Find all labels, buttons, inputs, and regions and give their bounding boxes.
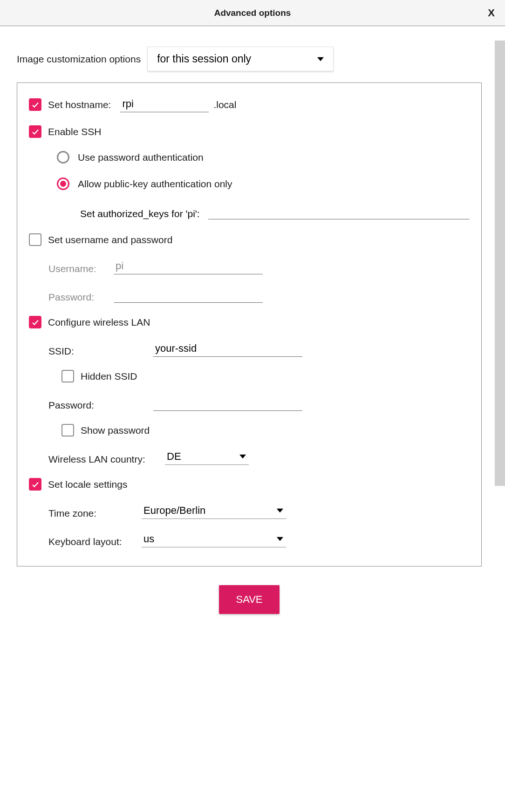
show-password-checkbox[interactable] xyxy=(61,424,74,437)
keyboard-layout-row: Keyboard layout: us xyxy=(48,532,470,547)
close-button[interactable]: X xyxy=(488,7,495,19)
set-locale-row: Set locale settings xyxy=(29,478,470,491)
ssh-password-auth-radio[interactable] xyxy=(57,151,69,164)
timezone-select[interactable]: Europe/Berlin xyxy=(142,504,286,519)
username-label: Username: xyxy=(48,263,114,274)
authorized-keys-row: Set authorized_keys for 'pi': xyxy=(80,204,470,219)
wlan-country-label: Wireless LAN country: xyxy=(48,454,165,465)
wlan-password-input[interactable] xyxy=(153,396,302,411)
wlan-password-row: Password: xyxy=(48,396,470,411)
ssh-password-auth-row: Use password authentication xyxy=(57,151,470,164)
save-button[interactable]: SAVE xyxy=(219,585,279,614)
options-panel: Set hostname: .local Enable SSH Use pass… xyxy=(17,82,482,566)
ssh-password-auth-label: Use password authentication xyxy=(78,152,204,163)
password-row: Password: xyxy=(48,287,470,303)
session-scope-dropdown[interactable]: for this session only xyxy=(147,47,334,71)
enable-ssh-checkbox[interactable] xyxy=(29,125,41,138)
set-hostname-label: Set hostname: xyxy=(48,99,111,110)
hostname-row: Set hostname: .local xyxy=(29,97,470,112)
configure-wlan-label: Configure wireless LAN xyxy=(48,317,150,328)
keyboard-layout-value: us xyxy=(143,533,154,545)
ssid-row: SSID: xyxy=(48,341,470,357)
scrollbar-track[interactable] xyxy=(495,41,505,486)
ssh-pubkey-auth-row: Allow public-key authentication only xyxy=(57,177,470,190)
keyboard-layout-select[interactable]: us xyxy=(142,532,286,547)
hidden-ssid-checkbox[interactable] xyxy=(61,370,74,382)
configure-wlan-checkbox[interactable] xyxy=(29,316,41,328)
customization-scope-row: Image customization options for this ses… xyxy=(17,47,482,71)
enable-ssh-label: Enable SSH xyxy=(48,126,101,137)
wlan-country-value: DE xyxy=(167,450,181,463)
ssh-pubkey-auth-label: Allow public-key authentication only xyxy=(78,178,232,190)
enable-ssh-row: Enable SSH xyxy=(29,125,470,138)
authorized-keys-label: Set authorized_keys for 'pi': xyxy=(80,208,200,219)
hidden-ssid-row: Hidden SSID xyxy=(61,370,470,382)
wlan-password-label: Password: xyxy=(48,400,153,411)
chevron-down-icon xyxy=(317,53,324,65)
set-userpass-checkbox[interactable] xyxy=(29,233,41,246)
timezone-value: Europe/Berlin xyxy=(143,505,205,517)
ssid-input[interactable] xyxy=(153,341,302,357)
hostname-suffix: .local xyxy=(213,99,236,110)
wlan-country-row: Wireless LAN country: DE xyxy=(48,450,470,465)
show-password-label: Show password xyxy=(81,425,150,436)
ssh-auth-radio-group: Use password authentication Allow public… xyxy=(57,151,470,190)
password-input[interactable] xyxy=(114,287,263,303)
hidden-ssid-label: Hidden SSID xyxy=(81,371,137,382)
customization-label: Image customization options xyxy=(17,54,141,65)
configure-wlan-row: Configure wireless LAN xyxy=(29,316,470,328)
set-userpass-row: Set username and password xyxy=(29,233,470,246)
ssh-pubkey-auth-radio[interactable] xyxy=(57,177,69,190)
keyboard-layout-label: Keyboard layout: xyxy=(48,536,142,547)
username-input[interactable] xyxy=(114,259,263,274)
ssid-label: SSID: xyxy=(48,346,153,357)
dialog-title: Advanced options xyxy=(214,8,291,18)
set-userpass-label: Set username and password xyxy=(48,234,172,246)
set-locale-label: Set locale settings xyxy=(48,479,127,490)
password-label: Password: xyxy=(48,292,114,303)
wlan-country-select[interactable]: DE xyxy=(165,450,249,465)
timezone-row: Time zone: Europe/Berlin xyxy=(48,504,470,519)
show-password-row: Show password xyxy=(61,424,470,437)
svg-marker-0 xyxy=(317,57,324,61)
set-hostname-checkbox[interactable] xyxy=(29,98,41,111)
session-scope-value: for this session only xyxy=(157,53,251,65)
hostname-input[interactable] xyxy=(120,97,209,112)
timezone-label: Time zone: xyxy=(48,508,142,519)
set-locale-checkbox[interactable] xyxy=(29,478,41,491)
dialog-header: Advanced options X xyxy=(0,0,505,26)
authorized-keys-input[interactable] xyxy=(208,204,470,219)
username-row: Username: xyxy=(48,259,470,274)
